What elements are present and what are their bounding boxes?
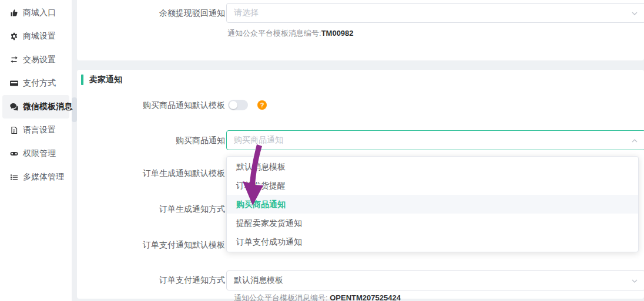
select-filter-text: 购买商品通知: [234, 135, 283, 146]
template-code-helper-bottom: 通知公众平台模板消息编号: OPENTM207525424: [234, 293, 401, 301]
seller-notify-card: 卖家通知 购买商品通知默认模板 ? 购买商品通知 购买商品通知 订单生成通知默认…: [77, 70, 644, 299]
withdraw-reject-notify-select[interactable]: 请选择: [226, 3, 644, 23]
list-icon: [10, 173, 18, 181]
document-icon: [10, 126, 18, 134]
gear-icon: [10, 32, 18, 40]
sidebar-item-label: 交易设置: [23, 55, 56, 65]
chat-bubbles-icon: [10, 103, 18, 111]
chevron-down-icon: [631, 9, 638, 16]
sidebar-item-label: 微信模板消息: [23, 102, 72, 112]
order-create-default-template-label: 订单生成通知默认模板: [77, 167, 225, 179]
buy-notify-select[interactable]: 购买商品通知: [226, 130, 644, 150]
chevron-down-icon: [631, 277, 638, 284]
withdraw-reject-notify-label: 余额提现驳回通知: [77, 7, 225, 19]
section-title: 卖家通知: [89, 75, 122, 85]
sidebar-item-trade-settings[interactable]: 交易设置: [2, 48, 69, 72]
sidebar-item-permission-management[interactable]: 权限管理: [2, 142, 69, 165]
sidebar-item-payment-methods[interactable]: 支付方式: [2, 72, 69, 95]
order-pay-notify-method-label: 订单支付通知方式: [77, 274, 225, 286]
select-value: 默认消息模板: [234, 275, 283, 286]
sidebar-item-label: 商城入口: [23, 8, 56, 18]
key-fob-icon: [10, 150, 18, 158]
helper-prefix: 通知公众平台模板消息编号:: [227, 29, 321, 38]
sidebar-item-wechat-template-messages[interactable]: 微信模板消息: [2, 95, 69, 119]
sidebar-item-label: 支付方式: [23, 78, 56, 89]
sidebar-item-multimedia-management[interactable]: 多媒体管理: [2, 165, 69, 189]
section-header: 卖家通知: [81, 75, 122, 85]
helper-code: TM00982: [321, 29, 354, 38]
settings-sidebar: 商城入口 商城设置 交易设置 支付方式 微信模板消息 语言设置 权限管理: [0, 0, 72, 301]
exchange-icon: [10, 56, 18, 64]
select-placeholder: 请选择: [234, 8, 259, 18]
sidebar-item-label: 商城设置: [23, 31, 56, 42]
order-create-notify-method-label: 订单生成通知方式: [77, 203, 225, 215]
dropdown-option-order-ship-reminder[interactable]: 订单发货提醒: [227, 176, 638, 195]
order-pay-notify-method-select[interactable]: 默认消息模板: [226, 270, 644, 290]
sidebar-item-label: 语言设置: [23, 125, 56, 136]
order-pay-default-template-label: 订单支付通知默认模板: [77, 239, 225, 251]
help-icon[interactable]: ?: [257, 100, 267, 110]
credit-card-icon: [10, 79, 18, 87]
dropdown-option-default-template[interactable]: 默认消息模板: [227, 157, 638, 176]
dropdown-option-buy-goods-notify[interactable]: 购买商品通知: [227, 195, 638, 214]
sidebar-item-mall-settings[interactable]: 商城设置: [2, 25, 69, 48]
sidebar-item-label: 权限管理: [23, 148, 56, 159]
buy-notify-label: 购买商品通知: [77, 134, 225, 146]
buyer-notify-card: 余额提现驳回通知 请选择 通知公众平台模板消息编号:TM00982: [77, 0, 644, 60]
buy-notify-dropdown-panel: 默认消息模板 订单发货提醒 购买商品通知 提醒卖家发货通知 订单支付成功通知: [226, 156, 639, 252]
helper-prefix: 通知公众平台模板消息编号:: [234, 293, 330, 301]
storefront-entry-icon: [10, 9, 18, 17]
sidebar-item-language-settings[interactable]: 语言设置: [2, 119, 69, 142]
dropdown-option-remind-seller-ship[interactable]: 提醒卖家发货通知: [227, 214, 638, 232]
helper-code: OPENTM207525424: [330, 293, 401, 301]
template-code-helper: 通知公众平台模板消息编号:TM00982: [227, 28, 354, 39]
sidebar-item-label: 多媒体管理: [23, 172, 64, 182]
toggle-knob: [229, 101, 237, 109]
buy-notify-default-template-label: 购买商品通知默认模板: [77, 99, 225, 111]
buy-notify-default-template-toggle[interactable]: [228, 100, 248, 110]
chevron-up-icon: [631, 137, 638, 144]
scrollbar-thumb[interactable]: [72, 97, 77, 122]
dropdown-option-order-pay-success[interactable]: 订单支付成功通知: [227, 232, 638, 251]
sidebar-item-mall-entrance[interactable]: 商城入口: [2, 1, 69, 25]
sidebar-content-divider: [72, 0, 77, 301]
section-accent-bar: [81, 75, 83, 85]
help-glyph: ?: [260, 102, 264, 109]
